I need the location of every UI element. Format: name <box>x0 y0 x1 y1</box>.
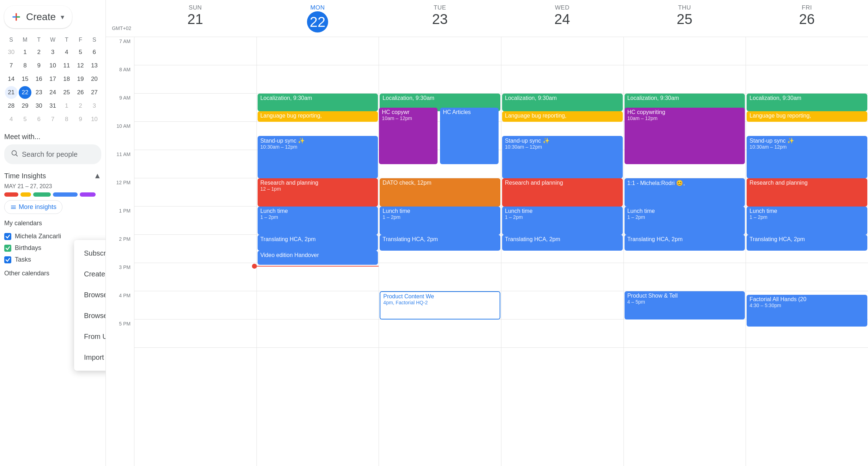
dropdown-create-calendar[interactable]: Create new calendar <box>74 264 106 285</box>
mini-cal-day[interactable]: 10 <box>88 113 101 126</box>
calendar-grid-scroll[interactable]: 7 AM8 AM9 AM10 AM11 AM12 PM1 PM2 PM3 PM4… <box>106 37 868 466</box>
time-label: 3 PM <box>106 263 134 291</box>
mini-cal-day[interactable]: 10 <box>46 59 59 72</box>
event[interactable]: Stand-up sync ✨10:30am – 12pm <box>747 136 867 178</box>
event[interactable]: Stand-up sync ✨10:30am – 12pm <box>258 136 378 178</box>
event[interactable]: Factorial All Hands (204:30 – 5:30pm <box>747 295 867 327</box>
mini-cal-day[interactable]: 5 <box>74 46 87 59</box>
event[interactable]: Localization, 9:30am <box>258 94 378 111</box>
event[interactable]: Language bug reporting, <box>747 111 867 122</box>
mini-cal-day[interactable]: 18 <box>60 73 73 85</box>
mini-cal-day[interactable]: 8 <box>60 113 73 126</box>
event[interactable]: Product Content We4pm, Factorial HQ-2 <box>380 291 500 319</box>
time-label: 4 PM <box>106 291 134 319</box>
mini-cal-day[interactable]: 21 <box>5 86 18 99</box>
day-header-tue[interactable]: TUE23 <box>379 4 501 32</box>
mini-cal-day[interactable]: 24 <box>46 86 59 99</box>
mini-cal-day[interactable]: 29 <box>19 100 31 112</box>
dropdown-from-url[interactable]: From URL <box>74 326 106 347</box>
event[interactable]: Language bug reporting, <box>502 111 623 122</box>
mini-cal-day[interactable]: 3 <box>88 100 101 112</box>
event[interactable]: Stand-up sync ✨10:30am – 12pm <box>502 136 623 178</box>
event[interactable]: Translating HCA, 2pm <box>502 235 623 251</box>
day-column-mon: Localization, 9:30amLanguage bug reporti… <box>257 37 379 466</box>
mini-cal-day[interactable]: 5 <box>19 113 31 126</box>
event[interactable]: Localization, 9:30am <box>747 94 867 111</box>
day-header-sun[interactable]: SUN21 <box>134 4 257 32</box>
event[interactable]: Research and planning <box>747 178 867 207</box>
mini-cal-grid: S M T W T F S 30123456789101112131415161… <box>4 35 101 126</box>
event[interactable]: Lunch time1 – 2pm <box>747 207 867 235</box>
color-bar-green <box>33 192 51 197</box>
mini-cal-day[interactable]: 19 <box>74 73 87 85</box>
calendar-header: GMT+02 SUN21MON22TUE23WED24THU25FRI26 <box>106 0 868 37</box>
mini-cal-day[interactable]: 4 <box>60 46 73 59</box>
event[interactable]: Translating HCA, 2pm <box>380 235 500 251</box>
event[interactable]: Localization, 9:30am <box>502 94 623 111</box>
event[interactable]: HC Articles <box>440 108 499 164</box>
mini-cal-day[interactable]: 30 <box>32 100 45 112</box>
mini-cal-day[interactable]: 7 <box>5 59 18 72</box>
event[interactable]: Lunch time1 – 2pm <box>502 207 623 235</box>
event[interactable]: Research and planning <box>502 178 623 207</box>
mini-cal-day[interactable]: 6 <box>88 46 101 59</box>
mini-cal-day[interactable]: 13 <box>88 59 101 72</box>
more-insights-button[interactable]: More insights <box>4 200 62 214</box>
event[interactable]: 1:1 - Michela:Rodri 😊, <box>625 178 745 207</box>
mini-cal-day[interactable]: 17 <box>46 73 59 85</box>
dropdown-import[interactable]: Import <box>74 347 106 368</box>
time-insights-title: Time Insights <box>4 172 46 180</box>
event[interactable]: Translating HCA, 2pm <box>747 235 867 251</box>
mini-cal-day[interactable]: 8 <box>19 59 31 72</box>
mini-cal-day[interactable]: 28 <box>5 100 18 112</box>
mini-cal-day[interactable]: 31 <box>46 100 59 112</box>
mini-cal-day[interactable]: 7 <box>46 113 59 126</box>
event[interactable]: Research and planning12 – 1pm <box>258 178 378 207</box>
mini-cal-day[interactable]: 2 <box>32 46 45 59</box>
search-people-input[interactable]: Search for people <box>4 144 101 164</box>
time-label: 7 AM <box>106 37 134 65</box>
collapse-button[interactable]: ▲ <box>94 171 101 180</box>
day-header-wed[interactable]: WED24 <box>501 4 623 32</box>
mini-cal-day[interactable]: 11 <box>60 59 73 72</box>
mini-cal-day[interactable]: 25 <box>60 86 73 99</box>
mini-cal-day[interactable]: 9 <box>32 59 45 72</box>
mini-cal-day[interactable]: 30 <box>5 46 18 59</box>
event[interactable]: Product Show & Tell4 – 5pm <box>625 291 745 319</box>
mini-cal-day[interactable]: 9 <box>74 113 87 126</box>
event[interactable]: Lunch time1 – 2pm <box>625 207 745 235</box>
mini-cal-day[interactable]: 14 <box>5 73 18 85</box>
mini-cal-day[interactable]: 26 <box>74 86 87 99</box>
mini-cal-day[interactable]: 3 <box>46 46 59 59</box>
time-label: 2 PM <box>106 235 134 263</box>
event[interactable]: Translating HCA, 2pm <box>625 235 745 251</box>
mini-cal-day[interactable]: 27 <box>88 86 101 99</box>
mini-cal-day[interactable]: 12 <box>74 59 87 72</box>
mini-cal-day[interactable]: 2 <box>74 100 87 112</box>
mini-cal-day[interactable]: 6 <box>32 113 45 126</box>
time-insights-header: Time Insights ▲ <box>4 171 101 180</box>
mini-cal-day[interactable]: 15 <box>19 73 31 85</box>
day-header-mon[interactable]: MON22 <box>257 4 379 32</box>
dropdown-browse-calendars[interactable]: Browse calendars of interest <box>74 305 106 326</box>
mini-cal-day[interactable]: 20 <box>88 73 101 85</box>
mini-cal-day[interactable]: 1 <box>19 46 31 59</box>
event[interactable]: Video edition Handover <box>258 251 378 265</box>
event[interactable]: Lunch time1 – 2pm <box>258 207 378 235</box>
event[interactable]: Language bug reporting, <box>258 111 378 122</box>
mini-cal-day[interactable]: 22 <box>19 86 31 99</box>
day-header-fri[interactable]: FRI26 <box>746 4 868 32</box>
mini-cal-day[interactable]: 1 <box>60 100 73 112</box>
mini-cal-day[interactable]: 16 <box>32 73 45 85</box>
create-button[interactable]: + Create ▾ <box>4 6 72 28</box>
event[interactable]: HC copywr10am – 12pm <box>379 108 438 164</box>
event[interactable]: DATO check, 12pm <box>380 178 500 207</box>
mini-cal-day[interactable]: 23 <box>32 86 45 99</box>
event[interactable]: HC copywriting10am – 12pm <box>625 108 745 164</box>
mini-cal-day[interactable]: 4 <box>5 113 18 126</box>
dropdown-browse-resources[interactable]: Browse resources <box>74 285 106 305</box>
event[interactable]: Translating HCA, 2pm <box>258 235 378 251</box>
day-header-thu[interactable]: THU25 <box>623 4 746 32</box>
dropdown-subscribe[interactable]: Subscribe to calendar <box>74 243 106 264</box>
event[interactable]: Lunch time1 – 2pm <box>380 207 500 235</box>
